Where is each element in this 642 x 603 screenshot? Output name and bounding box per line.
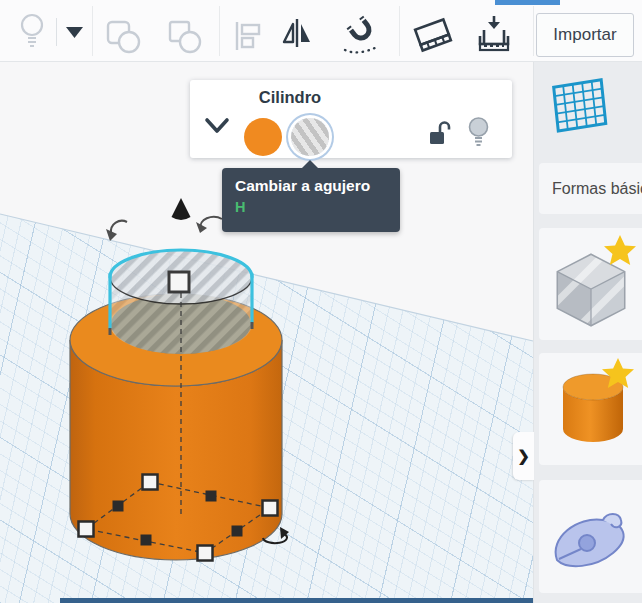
shape-tile-box[interactable] (539, 228, 642, 340)
shape-tile-cylinder[interactable] (539, 353, 642, 465)
scale-handle-top[interactable] (169, 272, 189, 292)
tooltip-text: Cambiar a agujero (235, 177, 387, 195)
import-button[interactable]: Importar (536, 13, 634, 57)
hole-swatch[interactable] (291, 118, 329, 156)
tooltip: Cambiar a agujero H (222, 168, 400, 232)
move-up-handle[interactable] (172, 198, 191, 220)
shape-tile-scribble[interactable] (539, 480, 642, 593)
lock-open-icon[interactable] (430, 120, 451, 147)
align-icon[interactable] (234, 21, 262, 51)
chevron-right-icon: ❯ (517, 447, 530, 465)
shape-category-label: Formas básicas (539, 163, 642, 214)
top-toolbar: Importar (0, 0, 642, 62)
solid-color-swatch[interactable] (244, 118, 282, 156)
divider (56, 18, 57, 46)
workplane-icon[interactable] (410, 17, 456, 53)
scribble-shape-icon (547, 508, 642, 578)
lightbulb-icon[interactable] (17, 12, 47, 52)
divider (399, 6, 400, 56)
divider (219, 6, 220, 56)
chevron-down-icon[interactable] (204, 117, 230, 135)
magnet-icon[interactable] (340, 14, 382, 56)
rotate-handle-right[interactable] (196, 217, 222, 233)
lightbulb-icon[interactable] (467, 116, 490, 147)
sidebar-collapse-button[interactable]: ❯ (513, 432, 534, 480)
divider (92, 6, 93, 56)
tooltip-arrow (302, 160, 318, 168)
tinkercad-editor: Importar Cilindro Cambiar a agujero H (0, 0, 642, 603)
shape-category-dropdown[interactable]: Formas básicas (539, 163, 642, 214)
ungroup-icon[interactable] (168, 20, 204, 54)
group-icon[interactable] (106, 20, 142, 54)
active-tab-accent (495, 0, 560, 5)
dropdown-caret-icon[interactable] (66, 27, 83, 38)
workplane-grid-button[interactable] (548, 75, 614, 141)
mirror-icon[interactable] (281, 19, 313, 47)
workplane-front-edge (60, 598, 533, 603)
tooltip-shortcut: H (235, 199, 387, 215)
grid-icon (548, 75, 614, 141)
divider (533, 6, 534, 56)
star-icon[interactable] (601, 357, 635, 391)
shape-title: Cilindro (190, 88, 390, 107)
ruler-import-icon[interactable] (474, 14, 514, 56)
shape-inspector-panel: Cilindro (190, 80, 512, 158)
shapes-sidebar: Formas básicas (533, 62, 642, 603)
star-icon[interactable] (603, 234, 637, 268)
rotate-handle-left[interactable] (106, 221, 127, 241)
